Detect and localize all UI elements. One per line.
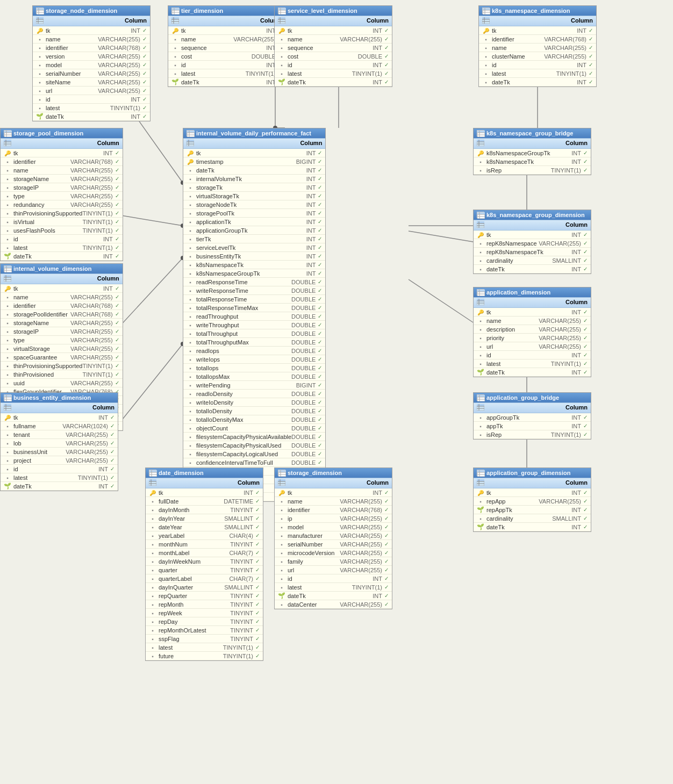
table-service_level_dimension: service_level_dimensionColumn🔑tkINT✓▪nam… bbox=[274, 5, 392, 87]
svg-rect-24 bbox=[37, 8, 44, 10]
column-type: INT bbox=[577, 62, 586, 68]
column-type: VARCHAR(255) bbox=[340, 601, 382, 608]
nullable-check-icon: ✓ bbox=[142, 88, 147, 93]
column-type: VARCHAR(255) bbox=[70, 193, 113, 199]
column-name: model bbox=[46, 62, 98, 68]
column-type: TINYINT(1) bbox=[352, 584, 382, 591]
column-type: INT bbox=[306, 184, 316, 191]
nullable-check-icon: ✓ bbox=[318, 416, 322, 422]
nullable-check-icon: ✓ bbox=[255, 498, 260, 504]
column-icon: ▪ bbox=[278, 36, 285, 42]
nullable-check-icon: ✓ bbox=[318, 236, 322, 242]
nullable-check-icon: ✓ bbox=[115, 159, 119, 164]
column-type: VARCHAR(255) bbox=[70, 202, 113, 208]
column-name: readThroughput bbox=[196, 313, 291, 320]
table-row: ▪modelVARCHAR(255)✓ bbox=[33, 61, 150, 69]
nullable-check-icon: ✓ bbox=[318, 373, 322, 379]
column-name: virtualStorageTk bbox=[196, 193, 306, 199]
nullable-check-icon: ✓ bbox=[110, 431, 114, 437]
nullable-check-icon: ✓ bbox=[384, 584, 389, 590]
nullable-check-icon: ✓ bbox=[583, 318, 588, 323]
column-icon: ▪ bbox=[149, 515, 156, 522]
table-row: ▪cardinalitySMALLINT✓ bbox=[474, 514, 591, 523]
column-name: version bbox=[46, 53, 98, 60]
table-row: ▪k8sNamespaceGroupTkINT✓ bbox=[183, 269, 325, 278]
table-header-business_entity_dimension: business_entity_dimension bbox=[1, 393, 118, 402]
column-icon: ▪ bbox=[482, 36, 490, 42]
nullable-check-icon: ✓ bbox=[115, 150, 119, 156]
table-row: ▪serialNumberVARCHAR(255)✓ bbox=[275, 540, 392, 549]
column-name: storagePoolIdentifier bbox=[13, 311, 70, 318]
table-date_dimension: date_dimensionColumn🔑tkINT✓▪fullDateDATE… bbox=[145, 467, 263, 661]
column-type: VARCHAR(255) bbox=[70, 380, 113, 386]
svg-line-14 bbox=[409, 279, 473, 322]
column-name: quarterLabel bbox=[159, 576, 229, 582]
column-name: timestamp bbox=[196, 159, 296, 165]
table-header-service_level_dimension: service_level_dimension bbox=[275, 6, 392, 16]
column-type: VARCHAR(255) bbox=[340, 36, 382, 42]
column-icon: ▪ bbox=[187, 244, 194, 251]
column-type: INT bbox=[571, 249, 581, 255]
column-icon: ▪ bbox=[278, 601, 285, 608]
nullable-check-icon: ✓ bbox=[583, 249, 588, 255]
nullable-check-icon: ✓ bbox=[318, 391, 322, 397]
column-name: url bbox=[288, 567, 340, 573]
column-type: VARCHAR(255) bbox=[340, 533, 382, 539]
nullable-check-icon: ✓ bbox=[115, 380, 119, 386]
column-type: DOUBLE bbox=[291, 425, 316, 431]
column-name: manufacturer bbox=[288, 533, 340, 539]
nullable-check-icon: ✓ bbox=[110, 414, 114, 420]
column-name: totalIoDensity bbox=[196, 408, 291, 414]
column-name: model bbox=[288, 524, 340, 530]
column-type: INT bbox=[571, 507, 581, 513]
nullable-check-icon: ✓ bbox=[583, 361, 588, 366]
table-header-date_dimension: date_dimension bbox=[146, 468, 263, 478]
column-icon: ▪ bbox=[477, 414, 484, 421]
column-type: TINYINT(1) bbox=[82, 363, 112, 369]
column-name: filesystemCapacityPhysicalAvailable bbox=[196, 434, 291, 440]
column-icon: ▪ bbox=[477, 240, 484, 247]
table-row: ▪nameVARCHAR(255)✓ bbox=[275, 35, 392, 44]
column-type: BIGINT bbox=[296, 159, 316, 165]
seed-icon: 🌱 bbox=[477, 523, 484, 530]
column-icon: ▪ bbox=[187, 287, 194, 294]
column-name: dateYear bbox=[159, 524, 224, 530]
column-type: INT bbox=[571, 150, 581, 156]
column-name: cardinality bbox=[486, 515, 552, 522]
column-type: DOUBLE bbox=[291, 348, 316, 354]
column-type: VARCHAR(255) bbox=[98, 88, 140, 94]
column-name: id bbox=[486, 352, 571, 358]
table-row: ▪urlVARCHAR(255)✓ bbox=[474, 342, 591, 351]
col-header-icon bbox=[477, 299, 555, 306]
primary-key-icon: 🔑 bbox=[149, 490, 156, 496]
column-icon: ▪ bbox=[482, 70, 490, 77]
column-name: url bbox=[46, 88, 98, 94]
svg-rect-134 bbox=[477, 395, 485, 397]
column-name: storagePoolTk bbox=[196, 210, 306, 217]
nullable-check-icon: ✓ bbox=[384, 79, 389, 85]
col-header-label: Column bbox=[125, 17, 147, 25]
nullable-check-icon: ✓ bbox=[583, 309, 588, 315]
column-name: dayInMonth bbox=[159, 507, 230, 513]
table-row: ▪nameVARCHAR(255)✓ bbox=[275, 497, 392, 506]
column-type: INT bbox=[244, 490, 253, 496]
table-row: ▪repMonthTINYINT✓ bbox=[146, 600, 263, 609]
column-name: storageName bbox=[13, 320, 70, 326]
table-row: ▪storageNodeTkINT✓ bbox=[183, 200, 325, 209]
nullable-check-icon: ✓ bbox=[318, 296, 322, 302]
table-row: ▪modelVARCHAR(255)✓ bbox=[275, 523, 392, 531]
nullable-check-icon: ✓ bbox=[115, 303, 119, 308]
column-name: dateTk bbox=[13, 483, 98, 490]
primary-key-icon: 🔑 bbox=[477, 150, 484, 156]
column-name: tk bbox=[159, 490, 244, 496]
column-type: TINYINT bbox=[230, 627, 253, 634]
column-icon: ▪ bbox=[187, 459, 194, 466]
nullable-check-icon: ✓ bbox=[255, 524, 260, 530]
column-name: applicationGroupTk bbox=[196, 227, 306, 234]
table-row: ▪latestTINYINT(1)✓ bbox=[479, 69, 596, 78]
nullable-check-icon: ✓ bbox=[318, 459, 322, 465]
column-type: VARCHAR(255) bbox=[70, 354, 113, 361]
column-icon: ▪ bbox=[149, 601, 156, 608]
column-name: identifier bbox=[46, 45, 98, 51]
table-row: ▪identifierVARCHAR(768)✓ bbox=[33, 44, 150, 52]
